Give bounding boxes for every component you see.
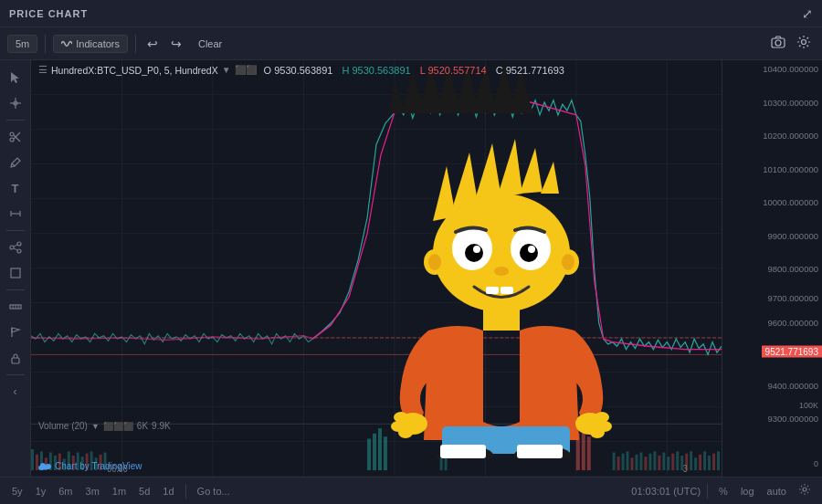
price-label-9400: 9400.000000	[768, 380, 818, 390]
timeframe-5d[interactable]: 5d	[134, 484, 154, 499]
expand-icon[interactable]: ⤢	[802, 6, 813, 21]
svg-rect-77	[671, 454, 674, 470]
svg-rect-25	[12, 358, 19, 363]
chart-settings-button[interactable]	[795, 481, 815, 500]
price-label-10200: 10200.000000	[763, 131, 818, 141]
svg-rect-19	[11, 268, 20, 278]
bottom-sep-2	[707, 484, 708, 499]
svg-rect-63	[587, 436, 591, 470]
svg-rect-62	[582, 428, 585, 470]
volume-axis-0: 0	[814, 459, 818, 468]
svg-point-1	[775, 40, 781, 46]
chart-title: PRICE CHART	[9, 8, 88, 19]
settings-icon	[796, 35, 811, 49]
ohlc-high: H 9530.563891	[342, 65, 410, 76]
svg-point-2	[802, 40, 806, 45]
svg-rect-61	[576, 434, 580, 470]
timeframe-1d[interactable]: 1d	[158, 484, 178, 499]
percent-button[interactable]: %	[714, 484, 732, 499]
svg-point-14	[10, 246, 14, 249]
svg-rect-83	[699, 455, 701, 470]
svg-rect-72	[648, 454, 651, 470]
svg-rect-66	[622, 454, 625, 470]
svg-rect-55	[367, 439, 371, 471]
svg-rect-78	[676, 451, 679, 470]
cursor-tool[interactable]	[3, 66, 28, 89]
measure-tool[interactable]	[3, 202, 28, 226]
clear-button[interactable]: Clear	[191, 36, 229, 52]
shape-tool[interactable]	[3, 261, 28, 285]
svg-rect-74	[658, 456, 660, 470]
svg-rect-64	[613, 453, 616, 471]
timestamp: 01:03:01 (UTC)	[631, 486, 701, 497]
camera-icon	[771, 36, 785, 48]
lock-tool[interactable]	[3, 346, 28, 370]
ohlc-close: C 9521.771693	[496, 65, 564, 76]
auto-button[interactable]: auto	[763, 484, 791, 499]
wave-icon	[61, 39, 72, 48]
tool-sep-3	[6, 289, 25, 290]
toolbar: 5m Indicators ↩ ↪ Clear	[0, 27, 822, 60]
indicators-button[interactable]: Indicators	[53, 35, 128, 53]
price-label-10300: 10300.000000	[763, 97, 818, 107]
collapse-sidebar-btn[interactable]: ‹	[3, 380, 28, 404]
svg-rect-70	[639, 453, 642, 471]
svg-rect-86	[712, 454, 715, 470]
svg-line-17	[14, 245, 17, 247]
price-label-9700: 9700.000000	[768, 292, 818, 302]
cloud-icon	[38, 462, 51, 471]
volume-label: Volume (20) ▼ ⬛⬛⬛ 6K 9.9K	[38, 421, 171, 431]
svg-rect-71	[644, 457, 647, 470]
chart-plot[interactable]: ☰ HundredX:BTC_USD_P0, 5, HundredX ▼ ⬛⬛ …	[31, 60, 722, 477]
ohlc-open: O 9530.563891	[264, 65, 333, 76]
svg-rect-84	[703, 451, 706, 470]
pencil-tool[interactable]	[3, 151, 28, 174]
timeframe-1y[interactable]: 1y	[31, 484, 51, 499]
timeframe-1m[interactable]: 1m	[108, 484, 131, 499]
screenshot-button[interactable]	[767, 33, 789, 54]
svg-rect-69	[636, 455, 638, 470]
price-axis: 10400.000000 10300.000000 10200.000000 1…	[722, 60, 822, 477]
svg-rect-59	[440, 451, 443, 470]
nodes-tool[interactable]	[3, 236, 28, 259]
tool-sep-2	[6, 230, 25, 231]
timeframe-button[interactable]: 5m	[7, 35, 37, 53]
chart-container: T	[0, 60, 822, 477]
tool-sep-1	[6, 120, 25, 121]
price-label-9600: 9600.000000	[768, 318, 818, 328]
tradingview-watermark: Chart by TradingView	[38, 461, 142, 471]
svg-rect-82	[694, 457, 697, 470]
undo-button[interactable]: ↩	[143, 35, 162, 53]
log-button[interactable]: log	[736, 484, 759, 499]
bottom-bar: 5y 1y 6m 3m 1m 5d 1d Go to... 01:03:01 (…	[0, 477, 822, 504]
symbol-info: ☰ HundredX:BTC_USD_P0, 5, HundredX ▼ ⬛⬛	[38, 64, 257, 76]
price-label-9300: 9300.000000	[768, 414, 818, 424]
timeframe-3m[interactable]: 3m	[81, 484, 104, 499]
svg-rect-73	[653, 451, 656, 470]
settings-button[interactable]	[793, 33, 815, 54]
toolbar-separator-1	[45, 35, 46, 53]
text-tool[interactable]: T	[3, 176, 28, 200]
svg-point-7	[10, 138, 14, 142]
price-label-9900: 9900.000000	[768, 230, 818, 240]
goto-button[interactable]: Go to...	[193, 484, 235, 499]
title-bar: PRICE CHART ⤢	[0, 0, 822, 27]
svg-point-6	[10, 132, 14, 136]
symbol-label: HundredX:BTC_USD_P0, 5, HundredX	[51, 65, 218, 76]
price-chart-svg: 06:00 3	[31, 60, 722, 477]
ohlc-values: O 9530.563891 H 9530.563891 L 9520.55771…	[264, 65, 564, 76]
timeframe-5y[interactable]: 5y	[7, 484, 27, 499]
redo-button[interactable]: ↪	[167, 35, 185, 53]
crosshair-tool[interactable]	[3, 91, 28, 115]
timeframe-6m[interactable]: 6m	[54, 484, 77, 499]
toolbar-separator-2	[135, 35, 136, 53]
flag-tool[interactable]	[3, 320, 28, 344]
scissors-tool[interactable]	[3, 125, 28, 149]
svg-point-128	[803, 488, 806, 491]
svg-rect-87	[717, 451, 720, 470]
ruler-tool[interactable]	[3, 295, 28, 319]
svg-line-18	[14, 248, 17, 250]
svg-rect-75	[662, 453, 665, 471]
volume-axis-100k: 100K	[799, 401, 818, 410]
svg-rect-57	[378, 428, 382, 470]
